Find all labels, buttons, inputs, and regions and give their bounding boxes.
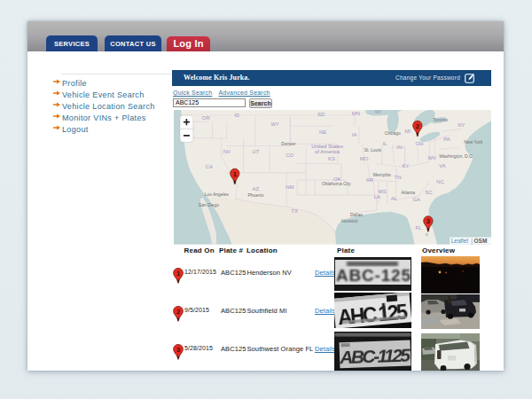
svg-text:Leaflet: Leaflet — [451, 238, 469, 244]
svg-text:MO: MO — [360, 156, 369, 161]
svg-text:IN: IN — [397, 145, 403, 151]
svg-text:KS: KS — [328, 156, 335, 161]
svg-text:WY: WY — [270, 121, 279, 127]
svg-text:Chicago: Chicago — [385, 131, 401, 137]
svg-text:3: 3 — [176, 346, 180, 354]
svg-text:2: 2 — [416, 122, 419, 130]
svg-text:WI: WI — [375, 110, 382, 114]
svg-text:NM: NM — [286, 184, 293, 190]
svg-text:1: 1 — [233, 170, 237, 178]
svg-text:ABC-1125: ABC-1125 — [339, 344, 411, 367]
svg-text:IL: IL — [383, 142, 388, 147]
svg-text:Toronto: Toronto — [433, 117, 448, 122]
svg-text:Los Angeles: Los Angeles — [205, 192, 230, 197]
svg-text:CO: CO — [286, 153, 293, 158]
svg-text:OH: OH — [415, 142, 423, 147]
svg-text:NV: NV — [223, 149, 231, 154]
svg-text:|: | — [471, 238, 473, 245]
svg-text:UT: UT — [253, 149, 260, 154]
svg-text:of America: of America — [315, 150, 340, 155]
svg-text:1: 1 — [176, 270, 180, 278]
svg-text:ID: ID — [235, 113, 239, 118]
svg-text:New York: New York — [464, 140, 482, 145]
svg-text:FL: FL — [415, 226, 422, 231]
svg-text:SD: SD — [317, 112, 325, 117]
svg-text:Phoenix: Phoenix — [248, 192, 264, 198]
svg-text:WV: WV — [427, 155, 436, 160]
svg-text:TN: TN — [395, 175, 402, 180]
svg-text:2: 2 — [176, 308, 180, 316]
svg-text:OR: OR — [202, 115, 211, 121]
svg-text:Oklahoma City: Oklahoma City — [322, 181, 351, 186]
svg-text:MS: MS — [379, 189, 387, 194]
svg-text:KY: KY — [403, 163, 410, 168]
svg-text:AR: AR — [366, 177, 374, 183]
svg-text:GA: GA — [412, 197, 420, 202]
svg-text:NC: NC — [436, 179, 444, 184]
svg-text:MN: MN — [352, 111, 360, 116]
svg-text:ABC-125: ABC-125 — [336, 266, 411, 285]
svg-text:Dallas: Dallas — [350, 213, 363, 218]
svg-text:LA: LA — [374, 194, 380, 200]
svg-text:Memphis: Memphis — [373, 172, 392, 177]
svg-text:TX: TX — [291, 209, 298, 215]
svg-text:VA: VA — [439, 163, 445, 168]
svg-text:Denver: Denver — [281, 142, 295, 147]
svg-text:MI: MI — [405, 129, 411, 135]
svg-text:OSM: OSM — [474, 238, 488, 244]
svg-text:San Diego: San Diego — [199, 202, 219, 207]
svg-text:IA: IA — [352, 133, 357, 138]
svg-text:United States: United States — [311, 144, 343, 149]
svg-text:NE: NE — [319, 130, 326, 136]
svg-text:AZ: AZ — [253, 186, 260, 192]
svg-text:St. Louis: St. Louis — [364, 147, 382, 153]
svg-text:Houston: Houston — [341, 219, 358, 224]
svg-text:CA: CA — [206, 164, 213, 169]
svg-text:Atlanta: Atlanta — [402, 190, 416, 195]
svg-text:AL: AL — [391, 196, 398, 201]
svg-text:Washington, D.C.: Washington, D.C. — [439, 153, 473, 159]
svg-text:SC: SC — [425, 190, 433, 195]
svg-text:3: 3 — [426, 218, 430, 226]
svg-text:PA: PA — [443, 137, 450, 143]
svg-text:NY: NY — [458, 122, 465, 128]
